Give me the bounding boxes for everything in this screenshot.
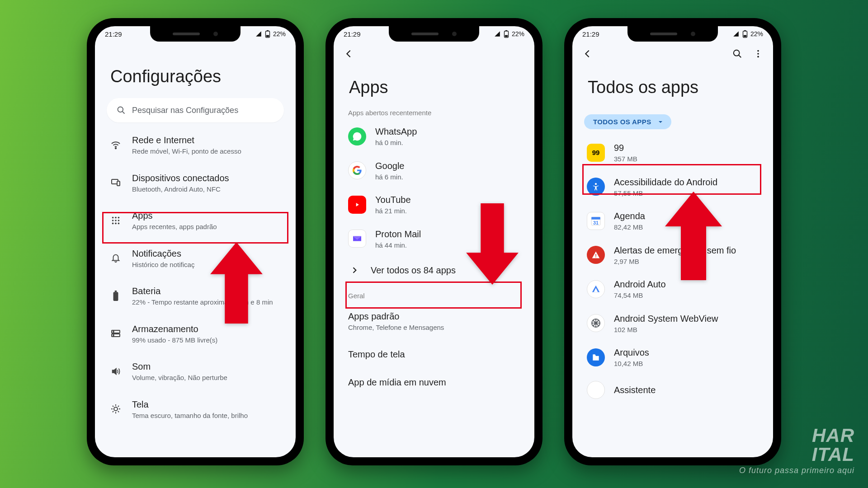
status-time: 21:29 bbox=[344, 30, 361, 38]
app-item-alerts[interactable]: Alertas de emergência sem fio2,97 MB bbox=[584, 238, 761, 272]
screen-settings: 21:29 22% Configurações Pesquisar nas Co… bbox=[95, 26, 296, 457]
notch bbox=[150, 26, 241, 42]
battery-icon bbox=[265, 30, 270, 38]
svg-point-22 bbox=[114, 407, 118, 411]
app-item-webview[interactable]: Android System WebView102 MB bbox=[584, 306, 761, 341]
apps-grid-icon bbox=[109, 214, 122, 227]
svg-rect-35 bbox=[591, 217, 600, 219]
battery-icon bbox=[742, 30, 748, 38]
top-app-bar bbox=[572, 42, 773, 66]
signal-icon bbox=[255, 31, 262, 37]
section-general-label: Geral bbox=[348, 292, 523, 300]
recent-app-protonmail[interactable]: Proton Mailhá 44 min. bbox=[345, 222, 523, 256]
alert-icon bbox=[587, 246, 605, 264]
search-placeholder: Pesquisar nas Configurações bbox=[132, 106, 238, 115]
page-title: Apps bbox=[349, 78, 523, 97]
settings-item-network[interactable]: Rede e InternetRede móvel, Wi-Fi, ponto … bbox=[107, 126, 284, 164]
app-item-android-auto[interactable]: Android Auto74,54 MB bbox=[584, 272, 761, 306]
svg-point-33 bbox=[595, 183, 597, 185]
svg-point-10 bbox=[112, 220, 114, 221]
svg-point-12 bbox=[118, 220, 120, 221]
status-time: 21:29 bbox=[582, 30, 599, 38]
back-button[interactable] bbox=[342, 47, 355, 61]
phone-frame: 21:29 22% Configurações Pesquisar nas Co… bbox=[87, 18, 304, 465]
signal-icon bbox=[732, 31, 740, 37]
see-all-apps-button[interactable]: Ver todos os 84 apps bbox=[345, 256, 523, 285]
filter-label: TODOS OS APPS bbox=[593, 118, 651, 126]
general-cloud-media[interactable]: App de mídia em nuvem bbox=[345, 368, 523, 396]
app-item-agenda[interactable]: 31 Agenda82,42 MB bbox=[584, 204, 761, 238]
svg-point-4 bbox=[115, 148, 116, 149]
svg-point-30 bbox=[757, 50, 759, 52]
android-auto-icon bbox=[587, 280, 605, 298]
recent-app-whatsapp[interactable]: WhatsApphá 0 min. bbox=[345, 119, 523, 154]
settings-item-sound[interactable]: SomVolume, vibração, Não perturbe bbox=[107, 352, 284, 390]
settings-item-apps[interactable]: AppsApps recentes, apps padrão bbox=[107, 202, 284, 239]
svg-point-9 bbox=[118, 217, 120, 219]
battery-icon bbox=[109, 290, 122, 302]
general-screen-time[interactable]: Tempo de tela bbox=[345, 340, 523, 368]
battery-icon bbox=[504, 30, 509, 38]
svg-point-13 bbox=[112, 222, 114, 224]
svg-rect-1 bbox=[267, 30, 269, 31]
signal-icon bbox=[494, 31, 501, 37]
recent-app-google[interactable]: Googlehá 6 min. bbox=[345, 154, 523, 188]
brightness-icon bbox=[109, 403, 122, 415]
search-button[interactable] bbox=[731, 47, 744, 61]
settings-item-storage[interactable]: Armazenamento99% usado - 875 MB livre(s) bbox=[107, 315, 284, 353]
watermark: HAR ITAL O futuro passa primeiro aqui bbox=[739, 426, 854, 475]
svg-point-31 bbox=[757, 53, 759, 55]
general-default-apps[interactable]: Apps padrãoChrome, Telefone e Mensagens bbox=[345, 302, 523, 340]
status-time: 21:29 bbox=[105, 30, 122, 38]
recent-app-youtube[interactable]: YouTubehá 21 min. bbox=[345, 188, 523, 222]
status-battery: 22% bbox=[750, 30, 763, 38]
settings-item-notifications[interactable]: NotificaçõesHistórico de notificaç bbox=[107, 239, 284, 277]
wifi-icon bbox=[109, 139, 122, 151]
settings-item-devices[interactable]: Dispositivos conectadosBluetooth, Androi… bbox=[107, 164, 284, 202]
app-item-99[interactable]: 99 99357 MB bbox=[584, 136, 761, 170]
whatsapp-icon bbox=[348, 127, 366, 145]
screen-apps: 21:29 22% Apps Apps abertos recentemente… bbox=[334, 26, 534, 457]
svg-point-14 bbox=[115, 222, 117, 224]
app-item-arquivos[interactable]: Arquivos10,42 MB bbox=[584, 340, 761, 375]
assistant-icon bbox=[587, 381, 605, 399]
bell-icon bbox=[109, 252, 122, 264]
svg-rect-37 bbox=[595, 254, 596, 256]
svg-point-38 bbox=[595, 257, 596, 258]
svg-point-40 bbox=[594, 321, 598, 325]
search-icon bbox=[117, 106, 126, 115]
overflow-menu-button[interactable] bbox=[751, 47, 765, 61]
sound-icon bbox=[109, 365, 122, 378]
svg-point-11 bbox=[115, 220, 117, 221]
notch bbox=[389, 26, 479, 42]
svg-rect-24 bbox=[505, 30, 507, 31]
phone-frame: 21:29 22% Todos bbox=[564, 18, 781, 465]
back-button[interactable] bbox=[580, 47, 594, 61]
svg-point-7 bbox=[112, 217, 114, 219]
svg-point-3 bbox=[118, 107, 123, 113]
app-item-assistente[interactable]: Assistente bbox=[584, 375, 761, 405]
app-item-accessibility[interactable]: Acessibilidade do Android57,55 MB bbox=[584, 170, 761, 204]
svg-rect-2 bbox=[266, 35, 269, 37]
app-99-icon: 99 bbox=[587, 144, 605, 162]
page-title: Configurações bbox=[110, 67, 284, 86]
svg-rect-28 bbox=[744, 35, 746, 37]
phone-frame: 21:29 22% Apps Apps abertos recentemente… bbox=[326, 18, 542, 465]
notch bbox=[627, 26, 718, 42]
google-icon bbox=[348, 161, 366, 179]
calendar-icon: 31 bbox=[587, 212, 605, 230]
status-battery: 22% bbox=[273, 30, 286, 38]
svg-text:31: 31 bbox=[593, 220, 599, 225]
settings-item-battery[interactable]: Bateria22% - Tempo restante aproximado: … bbox=[107, 277, 284, 315]
youtube-icon bbox=[348, 196, 366, 214]
svg-rect-27 bbox=[744, 30, 746, 31]
page-title: Todos os apps bbox=[588, 78, 761, 97]
filter-chip[interactable]: TODOS OS APPS bbox=[584, 114, 671, 129]
settings-item-display[interactable]: TelaTema escuro, tamanho da fonte, brilh… bbox=[107, 390, 284, 428]
chevron-right-icon bbox=[348, 264, 361, 277]
status-battery: 22% bbox=[512, 30, 524, 38]
top-app-bar bbox=[334, 42, 534, 66]
storage-icon bbox=[109, 327, 122, 340]
svg-rect-16 bbox=[113, 292, 118, 301]
search-input[interactable]: Pesquisar nas Configurações bbox=[107, 98, 284, 122]
